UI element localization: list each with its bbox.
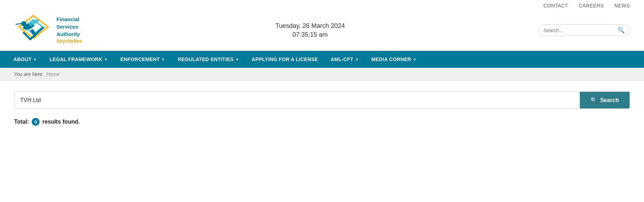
search-icon: 🔍 bbox=[590, 97, 597, 103]
nav-item-applying-license[interactable]: APPLYING FOR A LICENSE bbox=[245, 51, 324, 68]
chevron-down-icon: ▼ bbox=[235, 58, 239, 61]
site-header: Financial Services Authority Seychelles … bbox=[0, 10, 644, 51]
results-suffix: results found. bbox=[42, 119, 80, 125]
nav-item-enforcement[interactable]: ENFORCEMENT ▼ bbox=[114, 51, 171, 68]
results-summary: Total: 0 results found. bbox=[0, 112, 644, 129]
nav-item-media-corner[interactable]: MEDIA CORNER ▼ bbox=[365, 51, 423, 68]
main-search-bar[interactable]: 🔍 Search bbox=[14, 91, 630, 109]
news-link[interactable]: NEWS bbox=[614, 3, 630, 8]
main-search-input[interactable] bbox=[14, 92, 580, 108]
results-count-badge: 0 bbox=[32, 118, 40, 126]
header-search-box[interactable]: 🔍 bbox=[538, 24, 630, 36]
header-center: Tuesday, 26 March 2024 07:35:15 am bbox=[82, 22, 538, 38]
chevron-down-icon: ▼ bbox=[104, 58, 108, 61]
careers-link[interactable]: CAREERS bbox=[579, 3, 604, 8]
breadcrumb: You are here: Home bbox=[0, 68, 644, 81]
logo-icon bbox=[14, 13, 53, 47]
svg-point-3 bbox=[21, 21, 26, 26]
header-search-input[interactable] bbox=[543, 28, 618, 33]
search-section: 🔍 Search bbox=[0, 81, 644, 112]
utility-bar: CONTACT CAREERS NEWS bbox=[0, 0, 644, 10]
contact-link[interactable]: CONTACT bbox=[543, 3, 568, 8]
svg-line-4 bbox=[16, 23, 22, 24]
logo-area: Financial Services Authority Seychelles bbox=[14, 13, 82, 47]
results-total-label: Total: bbox=[14, 119, 29, 125]
main-search-button[interactable]: 🔍 Search bbox=[580, 92, 630, 108]
chevron-down-icon: ▼ bbox=[33, 58, 37, 61]
logo-text: Financial Services Authority Seychelles bbox=[56, 16, 82, 45]
nav-item-regulated-entities[interactable]: REGULATED ENTITIES ▼ bbox=[171, 51, 245, 68]
main-navbar: ABOUT ▼ LEGAL FRAMEWORK ▼ ENFORCEMENT ▼ … bbox=[0, 51, 644, 68]
header-search-button[interactable]: 🔍 bbox=[618, 27, 625, 34]
chevron-down-icon: ▼ bbox=[162, 58, 165, 61]
nav-item-about[interactable]: ABOUT ▼ bbox=[7, 51, 43, 68]
nav-item-legal-framework[interactable]: LEGAL FRAMEWORK ▼ bbox=[43, 51, 114, 68]
nav-item-aml-cft[interactable]: AML-CFT ▼ bbox=[324, 51, 365, 68]
search-icon: 🔍 bbox=[618, 27, 625, 33]
current-date: Tuesday, 26 March 2024 bbox=[275, 22, 345, 30]
current-time: 07:35:15 am bbox=[292, 31, 328, 38]
chevron-down-icon: ▼ bbox=[413, 58, 417, 61]
chevron-down-icon: ▼ bbox=[355, 58, 359, 61]
